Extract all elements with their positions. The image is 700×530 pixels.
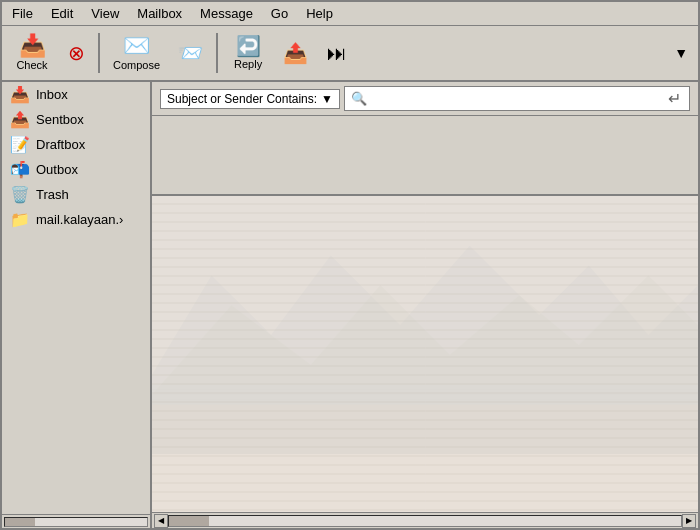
trash-label: Trash [36, 187, 69, 202]
compose-button[interactable]: ✉️ Compose [106, 30, 167, 76]
sentbox-icon: 📤 [10, 110, 30, 129]
check-label: Check [16, 59, 47, 71]
filter-label: Subject or Sender Contains: [167, 92, 317, 106]
outbox-icon: 📬 [10, 160, 30, 179]
check-button[interactable]: 📥 Check [8, 30, 56, 76]
filter-dropdown[interactable]: Subject or Sender Contains: ▼ [160, 89, 340, 109]
menu-bar: File Edit View Mailbox Message Go Help [2, 2, 698, 26]
sidebar-item-inbox[interactable]: 📥 Inbox [2, 82, 150, 107]
mailserver-label: mail.kalayaan.› [36, 212, 123, 227]
draftbox-icon: 📝 [10, 135, 30, 154]
toolbar-separator-1 [98, 33, 100, 73]
search-go-button[interactable]: ↵ [666, 89, 683, 108]
filter-dropdown-arrow-icon: ▼ [321, 92, 333, 106]
forward-icon: 📤 [283, 43, 308, 63]
inbox-label: Inbox [36, 87, 68, 102]
preview-lines [152, 196, 698, 512]
forward-button[interactable]: 📤 [276, 38, 315, 68]
outbox-label: Outbox [36, 162, 78, 177]
toolbar-separator-2 [216, 33, 218, 73]
sidebar-item-sentbox[interactable]: 📤 Sentbox [2, 107, 150, 132]
horizontal-scrollbar-track[interactable] [168, 515, 682, 527]
horizontal-scrollbar-thumb[interactable] [169, 516, 209, 526]
preview-area [152, 196, 698, 512]
menu-edit[interactable]: Edit [45, 4, 79, 23]
reply-label: Reply [234, 58, 262, 70]
menu-help[interactable]: Help [300, 4, 339, 23]
menu-go[interactable]: Go [265, 4, 294, 23]
scroll-left-button[interactable]: ◀ [154, 514, 168, 528]
trash-icon: 🗑️ [10, 185, 30, 204]
next-button[interactable]: ⏭ [319, 38, 355, 68]
menu-view[interactable]: View [85, 4, 125, 23]
search-icon: 🔍 [351, 91, 367, 106]
bottom-scrollbar: ◀ ▶ [152, 512, 698, 528]
main-content: 📥 Inbox 📤 Sentbox 📝 Draftbox 📬 Outbox 🗑️… [2, 82, 698, 528]
check-icon: 📥 [19, 35, 46, 57]
reply-button[interactable]: ↩️ Reply [224, 31, 272, 75]
draftbox-label: Draftbox [36, 137, 85, 152]
send-icon: 📨 [178, 43, 203, 63]
sidebar-item-trash[interactable]: 🗑️ Trash [2, 182, 150, 207]
menu-mailbox[interactable]: Mailbox [131, 4, 188, 23]
email-client-window: File Edit View Mailbox Message Go Help 📥… [0, 0, 700, 530]
menu-file[interactable]: File [6, 4, 39, 23]
next-icon: ⏭ [327, 43, 347, 63]
scroll-right-button[interactable]: ▶ [682, 514, 696, 528]
compose-label: Compose [113, 59, 160, 71]
filter-search-box: 🔍 ↵ [344, 86, 690, 111]
svg-rect-9 [152, 196, 698, 512]
sentbox-label: Sentbox [36, 112, 84, 127]
email-list [152, 116, 698, 196]
toolbar: 📥 Check ⊗ ✉️ Compose 📨 ↩️ Reply 📤 ⏭ ▼ [2, 26, 698, 82]
sidebar-item-draftbox[interactable]: 📝 Draftbox [2, 132, 150, 157]
toolbar-more-button[interactable]: ▼ [670, 41, 692, 65]
stop-button[interactable]: ⊗ [60, 38, 92, 68]
sidebar-item-mailserver[interactable]: 📁 mail.kalayaan.› [2, 207, 150, 232]
compose-icon: ✉️ [123, 35, 150, 57]
right-panel: Subject or Sender Contains: ▼ 🔍 ↵ [152, 82, 698, 528]
stop-icon: ⊗ [68, 43, 85, 63]
menu-message[interactable]: Message [194, 4, 259, 23]
filter-bar: Subject or Sender Contains: ▼ 🔍 ↵ [152, 82, 698, 116]
search-input[interactable] [371, 92, 662, 106]
reply-icon: ↩️ [236, 36, 261, 56]
sidebar: 📥 Inbox 📤 Sentbox 📝 Draftbox 📬 Outbox 🗑️… [2, 82, 152, 528]
send-button[interactable]: 📨 [171, 38, 210, 68]
sidebar-item-outbox[interactable]: 📬 Outbox [2, 157, 150, 182]
inbox-icon: 📥 [10, 85, 30, 104]
mailserver-icon: 📁 [10, 210, 30, 229]
